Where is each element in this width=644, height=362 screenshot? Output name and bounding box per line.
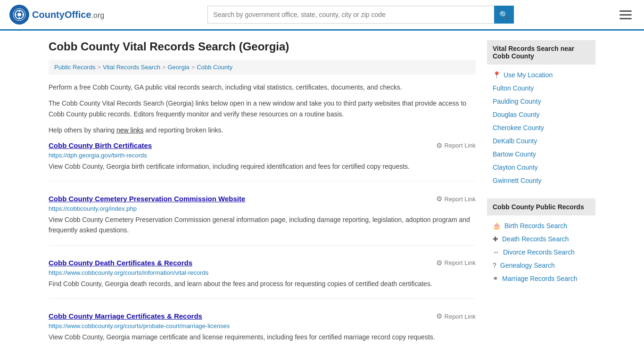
hamburger-icon (619, 10, 632, 12)
report-link-button[interactable]: ⚙ Report Link (436, 312, 476, 321)
marriage-icon: ⚭ (493, 275, 498, 282)
result-description: View Cobb County, Georgia marriage certi… (49, 332, 476, 343)
result-item: Cobb County Cemetery Preservation Commis… (49, 195, 476, 245)
result-url[interactable]: https://dph.georgia.gov/birth-records (49, 152, 476, 159)
svg-point-4 (18, 17, 20, 19)
svg-point-2 (17, 13, 21, 16)
breadcrumb: Public Records > Vital Records Search > … (49, 60, 476, 74)
breadcrumb-separator: > (97, 64, 101, 71)
result-title[interactable]: Cobb County Death Certificates & Records (49, 259, 192, 267)
report-link-button[interactable]: ⚙ Report Link (436, 195, 476, 203)
search-icon: 🔍 (499, 10, 509, 19)
death-icon: ✚ (493, 235, 498, 243)
breadcrumb-cobb-county[interactable]: Cobb County (197, 64, 232, 71)
result-title[interactable]: Cobb County Cemetery Preservation Commis… (49, 195, 245, 203)
public-records-section: Cobb County Public Records 🎂 Birth Recor… (487, 198, 595, 285)
description-line2: The Cobb County Vital Records Search (Ge… (49, 98, 476, 119)
report-icon: ⚙ (436, 141, 442, 150)
result-url[interactable]: https://cobbcounty.org/index.php (49, 205, 476, 212)
breadcrumb-georgia[interactable]: Georgia (168, 64, 190, 71)
result-url[interactable]: https://www.cobbcounty.org/courts/inform… (49, 269, 476, 276)
sidebar-item-cherokee[interactable]: Cherokee County (487, 121, 595, 134)
description-line3: Help others by sharing new links and rep… (49, 125, 476, 135)
birth-icon: 🎂 (493, 222, 501, 230)
logo-text: CountyOffice.org (32, 9, 104, 20)
sidebar-item-paulding[interactable]: Paulding County (487, 95, 595, 108)
result-item: Cobb County Marriage Certificates & Reco… (49, 312, 476, 352)
right-sidebar: Vital Records Search near Cobb County 📍 … (487, 40, 595, 362)
divorce-icon: ↔ (493, 248, 499, 256)
report-icon: ⚙ (436, 259, 442, 267)
result-description: View Cobb County Cemetery Preservation C… (49, 215, 476, 235)
result-description: Find Cobb County, Georgia death records,… (49, 279, 476, 289)
sidebar-item-fulton[interactable]: Fulton County (487, 82, 595, 95)
sidebar-item-gwinnett[interactable]: Gwinnett County (487, 174, 595, 187)
genealogy-icon: ? (493, 262, 496, 269)
result-item: Cobb County Death Certificates & Records… (49, 259, 476, 299)
result-url[interactable]: https://www.cobbcounty.org/courts/probat… (49, 322, 476, 329)
result-description: View Cobb County, Georgia birth certific… (49, 162, 476, 172)
sidebar-item-dekalb[interactable]: DeKalb County (487, 134, 595, 148)
description-line1: Perform a free Cobb County, GA public vi… (49, 82, 476, 92)
sidebar-marriage-records[interactable]: ⚭ Marriage Records Search (487, 272, 595, 285)
breadcrumb-separator: > (162, 64, 166, 71)
main-content: Cobb County Vital Records Search (Georgi… (49, 40, 476, 362)
svg-point-6 (22, 14, 24, 16)
report-link-button[interactable]: ⚙ Report Link (436, 141, 476, 150)
result-title[interactable]: Cobb County Birth Certificates (49, 141, 152, 149)
svg-point-3 (18, 10, 20, 12)
new-links-link[interactable]: new links (116, 126, 144, 134)
location-icon: 📍 (493, 71, 501, 79)
logo[interactable]: CountyOffice.org (9, 5, 104, 25)
hamburger-icon (619, 18, 632, 19)
sidebar-genealogy[interactable]: ? Genealogy Search (487, 259, 595, 272)
result-title[interactable]: Cobb County Marriage Certificates & Reco… (49, 312, 202, 320)
sidebar-birth-records[interactable]: 🎂 Birth Records Search (487, 219, 595, 232)
report-link-button[interactable]: ⚙ Report Link (436, 259, 476, 267)
svg-point-5 (15, 14, 17, 16)
breadcrumb-separator: > (191, 64, 195, 71)
use-location-button[interactable]: 📍 Use My Location (487, 68, 595, 82)
sidebar-item-bartow[interactable]: Bartow County (487, 148, 595, 161)
search-area: 🔍 (207, 6, 514, 24)
sidebar-divorce-records[interactable]: ↔ Divorce Records Search (487, 246, 595, 259)
sidebar-item-clayton[interactable]: Clayton County (487, 161, 595, 174)
search-button[interactable]: 🔍 (494, 6, 514, 24)
hamburger-icon (619, 14, 632, 16)
public-records-heading: Cobb County Public Records (487, 198, 595, 215)
hamburger-menu-button[interactable] (617, 6, 635, 24)
sidebar-death-records[interactable]: ✚ Death Records Search (487, 232, 595, 246)
nearby-section: Vital Records Search near Cobb County 📍 … (487, 40, 595, 187)
report-icon: ⚙ (436, 195, 442, 203)
breadcrumb-vital-records[interactable]: Vital Records Search (103, 64, 160, 71)
report-icon: ⚙ (436, 312, 442, 321)
nearby-heading: Vital Records Search near Cobb County (487, 40, 595, 65)
result-item: Cobb County Birth Certificates ⚙ Report … (49, 141, 476, 182)
page-title: Cobb County Vital Records Search (Georgi… (49, 40, 476, 53)
sidebar-item-douglas[interactable]: Douglas County (487, 108, 595, 121)
breadcrumb-public-records[interactable]: Public Records (54, 64, 95, 71)
search-input[interactable] (207, 6, 494, 24)
logo-icon (9, 5, 29, 25)
results-list: Cobb County Birth Certificates ⚙ Report … (49, 141, 476, 352)
